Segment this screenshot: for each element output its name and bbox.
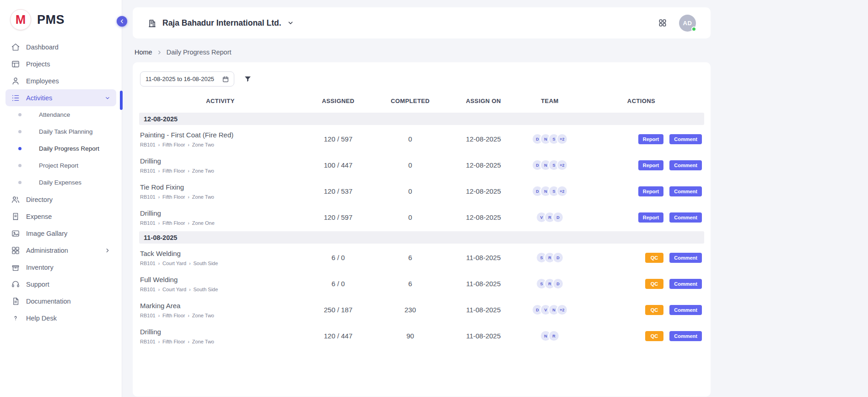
column-header-activity: ACTIVITY: [139, 98, 302, 104]
app-logo: M PMS: [0, 0, 122, 37]
sidebar-item-label: Help Desk: [26, 315, 57, 322]
user-avatar[interactable]: AD: [679, 15, 696, 32]
assigned-value: 100 / 447: [302, 161, 375, 169]
comment-button[interactable]: Comment: [669, 186, 702, 196]
company-selector[interactable]: Raja Bahadur International Ltd.: [147, 18, 294, 28]
sidebar-item-label: Inventory: [26, 264, 54, 271]
breadcrumb-home[interactable]: Home: [135, 49, 152, 56]
bullet-icon: [18, 147, 22, 150]
date-range-input[interactable]: 11-08-2025 to 16-08-2025: [140, 71, 234, 87]
sidebar-item-label: Dashboard: [26, 44, 59, 51]
comment-button[interactable]: Comment: [669, 253, 702, 263]
qc-button[interactable]: QC: [645, 305, 664, 315]
activity-cell: Marking Area RB101Fifth FloorZone Two: [139, 302, 302, 318]
path-segment: Court Yard: [156, 287, 187, 292]
path-segment: South Side: [186, 287, 218, 292]
path-segment: Zone Two: [185, 168, 214, 174]
team-avatars: NR: [521, 330, 578, 342]
completed-value: 0: [375, 135, 446, 143]
team-avatar-more: +2: [556, 185, 568, 197]
path-segment: RB101: [140, 339, 156, 344]
comment-button[interactable]: Comment: [669, 305, 702, 315]
comment-button[interactable]: Comment: [669, 134, 702, 144]
table-row: Drilling RB101Fifth FloorZone Two 120 / …: [139, 323, 704, 349]
assign-on-value: 12-08-2025: [446, 161, 521, 169]
comment-button[interactable]: Comment: [669, 160, 702, 170]
sidebar-subitem-daily-expenses[interactable]: Daily Expenses: [5, 174, 116, 191]
assigned-value: 120 / 597: [302, 135, 375, 143]
sidebar-item-label: Documentation: [26, 298, 71, 305]
path-segment: RB101: [140, 220, 156, 226]
sidebar-item-directory[interactable]: Directory: [5, 191, 116, 208]
activity-cell: Full Welding RB101Court YardSouth Side: [139, 276, 302, 292]
sidebar-item-help-desk[interactable]: Help Desk: [5, 310, 116, 326]
table-row: Full Welding RB101Court YardSouth Side 6…: [139, 271, 704, 297]
sidebar-item-employees[interactable]: Employees: [5, 72, 116, 89]
filter-row: 11-08-2025 to 16-08-2025: [140, 71, 704, 87]
comment-button[interactable]: Comment: [669, 212, 702, 223]
table-header: ACTIVITY ASSIGNED COMPLETED ASSIGN ON TE…: [139, 91, 704, 112]
activity-name: Tack Welding: [140, 250, 302, 257]
sidebar-item-support[interactable]: Support: [5, 276, 116, 293]
filter-button[interactable]: [243, 75, 252, 83]
activity-cell: Drilling RB101Fifth FloorZone Two: [139, 328, 302, 344]
logo-badge: M: [10, 9, 31, 30]
date-range-value: 11-08-2025 to 16-08-2025: [146, 76, 214, 82]
sidebar-item-projects[interactable]: Projects: [5, 55, 116, 72]
calendar-icon: [222, 76, 229, 83]
sidebar-item-expense[interactable]: Expense: [5, 208, 116, 225]
sidebar-subitem-label: Attendance: [39, 111, 70, 118]
sidebar: M PMS Dashboard Projects Employees Activ…: [0, 0, 122, 397]
report-button[interactable]: Report: [638, 134, 663, 144]
activity-name: Drilling: [140, 209, 302, 217]
sidebar-item-image-gallary[interactable]: Image Gallary: [5, 225, 116, 242]
qc-button[interactable]: QC: [645, 253, 664, 263]
apps-grid-icon[interactable]: [658, 18, 667, 27]
administration-icon: [11, 246, 20, 255]
activity-location-path: RB101Fifth FloorZone Two: [140, 339, 302, 344]
chevron-down-icon: [287, 19, 294, 27]
report-card: 11-08-2025 to 16-08-2025 ACTIVITY ASSIGN…: [133, 62, 711, 397]
team-avatars: SRD: [521, 278, 578, 289]
image-icon: [11, 229, 20, 238]
sidebar-item-inventory[interactable]: Inventory: [5, 259, 116, 276]
report-button[interactable]: Report: [638, 160, 663, 170]
sidebar-collapse-button[interactable]: [117, 16, 127, 27]
sidebar-subitem-daily-task-planning[interactable]: Daily Task Planning: [5, 123, 116, 140]
path-segment: RB101: [140, 168, 156, 174]
sidebar-item-documentation[interactable]: Documentation: [5, 293, 116, 310]
expense-icon: [11, 212, 20, 221]
bullet-icon: [18, 181, 22, 184]
team-avatar: D: [552, 212, 564, 223]
sidebar-item-administration[interactable]: Administration: [5, 242, 116, 259]
comment-button[interactable]: Comment: [669, 279, 702, 289]
sidebar-subitem-attendance[interactable]: Attendance: [5, 106, 116, 123]
sidebar-item-label: Support: [26, 281, 49, 288]
path-segment: RB101: [140, 287, 156, 292]
comment-button[interactable]: Comment: [669, 331, 702, 341]
report-button[interactable]: Report: [638, 212, 663, 223]
sidebar-item-dashboard[interactable]: Dashboard: [5, 38, 116, 55]
path-segment: Zone Two: [185, 339, 214, 344]
top-header: Raja Bahadur International Ltd. AD: [133, 7, 711, 38]
qc-button[interactable]: QC: [645, 279, 664, 289]
completed-value: 230: [375, 306, 446, 314]
qc-button[interactable]: QC: [645, 331, 664, 341]
sidebar-item-activities[interactable]: Activities: [5, 89, 116, 106]
team-avatars: DNS+2: [521, 185, 578, 197]
actions-cell: Report Comment: [578, 160, 704, 170]
report-button[interactable]: Report: [638, 186, 663, 196]
completed-value: 0: [375, 213, 446, 221]
activity-location-path: RB101Court YardSouth Side: [140, 287, 302, 292]
activity-location-path: RB101Fifth FloorZone Two: [140, 194, 302, 200]
team-avatar-more: +2: [556, 159, 568, 171]
assign-on-value: 11-08-2025: [446, 332, 521, 340]
activity-cell: Tie Rod Fixing RB101Fifth FloorZone Two: [139, 183, 302, 200]
sidebar-subitem-project-report[interactable]: Project Report: [5, 157, 116, 174]
sidebar-subitem-daily-progress-report[interactable]: Daily Progress Report: [5, 140, 116, 157]
sidebar-item-label: Projects: [26, 60, 50, 68]
activities-icon: [11, 93, 20, 103]
activity-cell: Tack Welding RB101Court YardSouth Side: [139, 250, 302, 266]
completed-value: 90: [375, 332, 446, 340]
path-segment: RB101: [140, 142, 156, 147]
